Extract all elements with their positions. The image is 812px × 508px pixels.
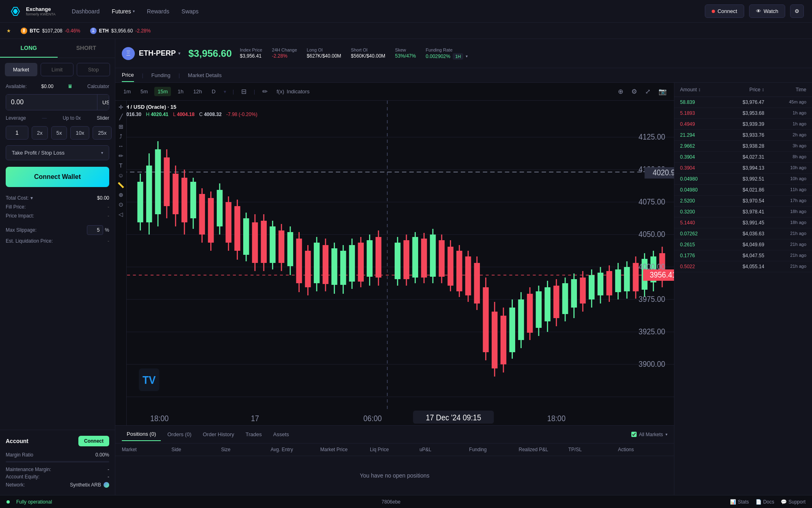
calculator-label[interactable]: Calculator	[87, 84, 109, 89]
logo-sub: formerly KWENTA	[26, 12, 56, 16]
funding-period-badge[interactable]: 1H	[453, 53, 463, 60]
col-market-price: Market Price	[320, 447, 370, 452]
camera-icon[interactable]: 📷	[656, 86, 669, 97]
available-row: Available: $0.00 🖩 Calculator	[0, 81, 115, 92]
trade-time: 1h ago	[764, 121, 806, 127]
account-header: Account Connect	[6, 436, 109, 446]
calculator-icon[interactable]: 🖩	[68, 84, 73, 89]
stats-link[interactable]: 📊 Stats	[730, 499, 749, 505]
amount-input-row: USD ▾	[0, 92, 115, 113]
fill-price-value: -	[108, 204, 109, 210]
settings-chart-icon[interactable]: ⚙	[629, 86, 639, 97]
tf-5m-btn[interactable]: 5m	[137, 87, 151, 96]
trade-price: $3,976.47	[722, 99, 764, 105]
connect-wallet-button[interactable]: Connect Wallet	[6, 167, 109, 187]
tf-12h-btn[interactable]: 12h	[190, 87, 205, 96]
price-feed-row: 0.3200 $3,978.41 18h ago	[674, 207, 812, 217]
orders-tab[interactable]: Orders (0)	[162, 428, 196, 441]
leverage-info: Up to 0x	[63, 115, 81, 121]
nav-rewards[interactable]: Rewards	[147, 6, 169, 16]
currency-badge[interactable]: USD ▾	[97, 95, 109, 110]
assets-tab[interactable]: Assets	[268, 428, 294, 441]
docs-link[interactable]: 📄 Docs	[756, 499, 774, 505]
tf-1m-btn[interactable]: 1m	[120, 87, 134, 96]
emoji-tool-icon[interactable]: ☺	[118, 172, 123, 179]
tf-1h-btn[interactable]: 1h	[174, 87, 186, 96]
tf-15m-btn[interactable]: 15m	[154, 87, 171, 96]
fill-price-row: Fill Price: -	[6, 202, 109, 211]
nav-dashboard[interactable]: Dashboard	[72, 6, 100, 16]
svg-text:17: 17	[251, 414, 259, 423]
short-tab[interactable]: SHORT	[58, 39, 115, 58]
measure-tool-icon[interactable]: ↔	[118, 143, 124, 149]
crosshair-icon[interactable]: ⊕	[615, 86, 626, 97]
trade-amount: 0.3200	[680, 209, 722, 215]
multi-tool-icon[interactable]: ⊞	[119, 123, 123, 130]
logo: Exchange formerly KWENTA	[8, 4, 56, 19]
indicators-button[interactable]: f(x) Indicators	[273, 87, 313, 96]
settings-button[interactable]: ⚙	[790, 4, 804, 18]
trade-time: 21h ago	[764, 231, 806, 237]
eth-change: -2.28%	[135, 28, 151, 34]
leverage-25x-btn[interactable]: 25x	[93, 126, 112, 140]
draw-tool-icon[interactable]: ✏	[119, 153, 123, 159]
price-feed-row: 0.04980 $4,021.86 11h ago	[674, 185, 812, 196]
leverage-2x-btn[interactable]: 2x	[32, 126, 48, 140]
trades-tab[interactable]: Trades	[241, 428, 267, 441]
all-markets-dropdown-icon[interactable]: ▾	[665, 432, 667, 437]
svg-text:4020.95: 4020.95	[652, 168, 674, 177]
slippage-input[interactable]	[87, 225, 103, 235]
star-icon: ★	[6, 28, 11, 34]
chart-tab-market-details[interactable]: Market Details	[188, 69, 222, 82]
account-connect-button[interactable]: Connect	[78, 436, 109, 446]
nav-swaps[interactable]: Swaps	[181, 6, 199, 16]
order-history-tab[interactable]: Order History	[198, 428, 239, 441]
chart-tab-price[interactable]: Price	[122, 69, 134, 82]
crosshair-tool-icon[interactable]: ✛	[119, 104, 123, 110]
nav-futures[interactable]: Futures ▾	[112, 6, 134, 16]
leverage-5x-btn[interactable]: 5x	[51, 126, 67, 140]
chart-tab-funding[interactable]: Funding	[151, 69, 171, 82]
tp-sl-select[interactable]: Take Profit / Stop Loss ▾	[6, 145, 109, 160]
zoom-tool-icon[interactable]: ⊕	[119, 192, 123, 198]
maintenance-margin-row: Maintenance Margin: -	[6, 466, 109, 473]
margin-ratio-label: Margin Ratio	[6, 452, 33, 458]
col-size: Size	[221, 447, 270, 452]
liq-row: Est. Liquidation Price: -	[0, 237, 115, 245]
col-actions: Actions	[618, 447, 667, 452]
candle-type-icon[interactable]: ⊟	[239, 86, 249, 97]
available-label: Available:	[6, 84, 27, 89]
text-tool-icon[interactable]: T	[119, 162, 123, 169]
line-tool-icon[interactable]: ╱	[119, 114, 123, 120]
amount-col-header[interactable]: Amount ↕	[680, 87, 722, 93]
long-tab[interactable]: LONG	[0, 39, 58, 58]
network-value: Synthetix ARB	[70, 482, 101, 488]
amount-input[interactable]	[6, 95, 97, 110]
ruler-tool-icon[interactable]: 📏	[117, 182, 124, 188]
stop-order-btn[interactable]: Stop	[77, 63, 110, 76]
market-name[interactable]: ETH-PERP ▾	[139, 49, 180, 58]
support-link[interactable]: 💬 Support	[781, 499, 806, 505]
fullscreen-icon[interactable]: ⤢	[643, 86, 653, 97]
watch-button[interactable]: 👁 Watch	[749, 4, 785, 18]
all-markets-checkbox[interactable]	[631, 432, 637, 437]
trade-time: 21h ago	[764, 264, 806, 269]
connect-button[interactable]: Connect	[705, 4, 744, 18]
slider-link[interactable]: Slider	[97, 115, 109, 121]
leverage-input[interactable]	[6, 126, 28, 140]
path-tool-icon[interactable]: ⤴	[119, 133, 122, 140]
collapse-tool-icon[interactable]: ◁	[119, 211, 123, 217]
account-title: Account	[6, 438, 28, 444]
limit-order-btn[interactable]: Limit	[41, 63, 74, 76]
svg-text:3956.41: 3956.41	[650, 270, 674, 279]
price-col-header[interactable]: Price ↕	[722, 87, 764, 93]
positions-tab[interactable]: Positions (0)	[122, 428, 161, 441]
slippage-input-wrap: %	[87, 225, 109, 235]
skew-label: Skew	[395, 47, 416, 52]
leverage-10x-btn[interactable]: 10x	[70, 126, 89, 140]
tf-d-btn[interactable]: D	[209, 87, 219, 96]
funding-rate-value: 0.002902%	[425, 54, 450, 59]
draw-icon[interactable]: ✏	[260, 86, 270, 97]
magnet-tool-icon[interactable]: ⊙	[119, 201, 123, 208]
market-order-btn[interactable]: Market	[5, 63, 37, 76]
